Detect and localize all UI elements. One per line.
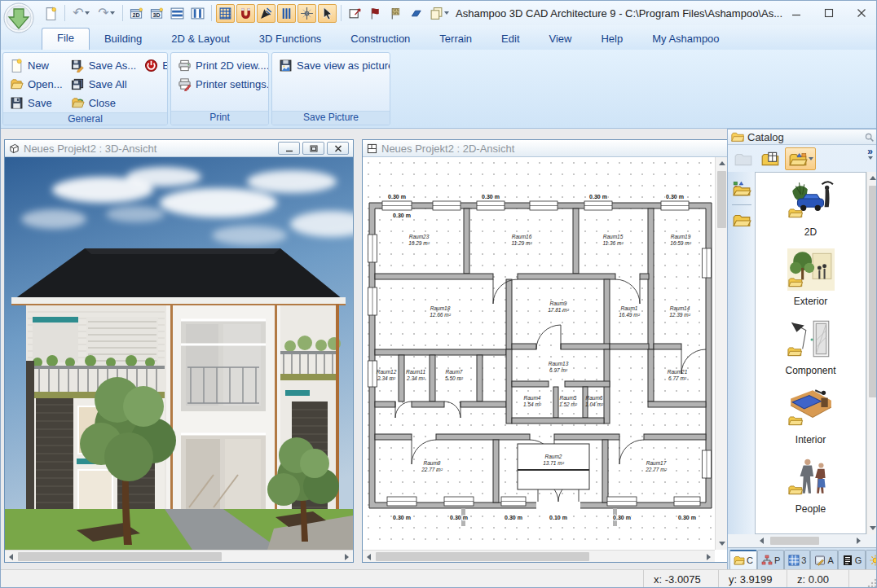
scroll-down-icon[interactable] [716, 538, 728, 550]
save-as-button[interactable]: Save As... [69, 56, 139, 75]
2d-horizontal-scrollbar[interactable] [363, 550, 715, 562]
room-label: Raum112.34 m² [406, 369, 425, 381]
scroll-right-icon[interactable] [703, 551, 715, 563]
room-label: Raum822.77 m² [421, 460, 443, 472]
catalog-tab-4[interactable]: G [838, 550, 866, 569]
pointer-icon[interactable] [318, 4, 337, 23]
tab-view[interactable]: View [535, 29, 587, 50]
tab-terrain[interactable]: Terrain [425, 29, 487, 50]
catalog-item-2d[interactable]: 2D [787, 179, 835, 238]
catalog-tab-2[interactable]: 3 [784, 550, 810, 569]
dimension-label: 0.30 m [678, 515, 696, 520]
room-label: Raum136.97 m² [549, 361, 569, 373]
tab-file[interactable]: File [42, 28, 90, 50]
scroll-up-icon[interactable] [867, 172, 877, 184]
scroll-left-icon[interactable] [756, 534, 768, 546]
minimize-button[interactable] [790, 7, 803, 20]
close-button[interactable]: Close [69, 94, 139, 112]
scroll-left-icon[interactable] [5, 551, 17, 563]
tab-my-ashampoo[interactable]: My Ashampoo [637, 29, 734, 50]
maximize-button[interactable] [822, 7, 835, 20]
catalog-objects-button[interactable] [785, 147, 816, 170]
split-horizontal-icon[interactable] [168, 4, 187, 23]
catalog-horizontal-scrollbar[interactable] [728, 534, 877, 547]
copy-icon[interactable] [427, 4, 451, 23]
new-2d-view-icon[interactable]: 2D [127, 4, 146, 23]
flag-icon[interactable] [366, 4, 385, 23]
catalog-header[interactable]: Catalog [728, 129, 877, 145]
minimize-view-button[interactable] [278, 142, 300, 155]
2d-vertical-scrollbar[interactable] [715, 157, 727, 550]
new-button[interactable]: New [8, 56, 64, 75]
magnifier-icon[interactable] [864, 132, 875, 143]
window-3d-buttons [278, 142, 349, 155]
resize-grip-icon[interactable] [867, 578, 877, 588]
catalog-item-people[interactable]: People [787, 456, 835, 515]
app-menu-button[interactable] [3, 2, 34, 33]
tab-2d-layout[interactable]: 2D & Layout [156, 29, 245, 50]
plane-icon[interactable] [407, 4, 425, 23]
3d-render-viewport[interactable] [5, 157, 353, 550]
window-2d-titlebar[interactable]: Neues Projekt2 : 2D-Ansicht [363, 140, 727, 157]
new-drawing-icon[interactable] [42, 4, 60, 23]
catalog-item-list: 2DExteriorComponentInteriorPeople [755, 172, 866, 534]
crosshair-icon[interactable] [297, 4, 316, 23]
tab-help[interactable]: Help [586, 29, 637, 50]
status-x-coordinate: x: -3.0075 [643, 570, 718, 588]
window-3d-titlebar[interactable]: Neues Projekt2 : 3D-Ansicht [5, 140, 353, 157]
tab-building[interactable]: Building [90, 29, 156, 50]
scroll-right-icon[interactable] [341, 551, 353, 563]
snap-select-icon[interactable] [257, 4, 275, 23]
catalog-item-component[interactable]: Component [785, 318, 835, 376]
status-z-coordinate: z: 0.00 [787, 570, 848, 588]
guidelines-icon[interactable] [277, 4, 296, 23]
objects-catalog-button[interactable] [730, 178, 753, 200]
catalog-more-button[interactable]: » [867, 146, 873, 157]
2d-plan-viewport[interactable]: Raum2316.29 m²Raum1611.29 m²Raum1511.36 … [363, 157, 715, 550]
undo-icon[interactable]: ↶ [69, 4, 93, 23]
save-view-as-picture-button[interactable]: Save view as picture [277, 56, 385, 75]
scroll-right-icon[interactable] [853, 534, 865, 546]
scrollbar-thumb[interactable] [18, 552, 222, 561]
printer-settings-button[interactable]: Printer settings... [176, 75, 263, 94]
catalog-tab-5[interactable]: P [866, 550, 877, 569]
tab-3d-functions[interactable]: 3D Functions [245, 29, 337, 50]
scroll-up-icon[interactable] [716, 157, 728, 169]
folder-up-button[interactable] [731, 147, 756, 170]
print-2d-view-button[interactable]: Print 2D view.... [176, 56, 263, 75]
tab-edit[interactable]: Edit [487, 29, 534, 50]
catalog-tab-0[interactable]: C [729, 550, 757, 569]
scrollbar-thumb[interactable] [717, 171, 726, 228]
catalog-item-interior[interactable]: Interior [787, 387, 835, 445]
tab-construction[interactable]: Construction [336, 29, 425, 50]
open-button[interactable]: Open... [8, 75, 64, 94]
split-vertical-icon[interactable] [188, 4, 207, 23]
ribbon-item-label: Open... [28, 78, 63, 90]
new-3d-view-icon[interactable]: 3D [148, 4, 166, 23]
flag-pattern-icon[interactable] [386, 4, 405, 23]
catalog-item-exterior[interactable]: Exterior [787, 248, 835, 307]
save-all-button[interactable]: Save All [69, 75, 139, 94]
3d-horizontal-scrollbar[interactable] [5, 550, 353, 562]
redo-icon[interactable]: ↷ [95, 4, 118, 23]
exit-button[interactable]: Exit [143, 56, 168, 75]
save-button[interactable]: Save [8, 94, 64, 112]
scroll-left-icon[interactable] [363, 551, 375, 563]
catalog-tab-3[interactable]: A [810, 550, 837, 569]
snap-magnet-icon[interactable] [236, 4, 255, 23]
restore-view-button[interactable] [302, 142, 324, 155]
close-view-button[interactable] [327, 142, 349, 155]
groups-catalog-button[interactable] [730, 210, 753, 231]
close-button[interactable] [855, 7, 868, 20]
grid-icon[interactable] [216, 4, 235, 23]
catalog-panel: Catalog » 2DExteriorComponentInteriorPeo… [727, 129, 877, 569]
scrollbar-thumb[interactable] [376, 552, 589, 561]
transfer-view-icon[interactable] [346, 4, 364, 23]
catalog-side-strip [728, 172, 755, 534]
catalog-windows-button[interactable] [758, 147, 782, 170]
catalog-vertical-scrollbar[interactable] [866, 172, 877, 534]
scrollbar-thumb[interactable] [869, 186, 877, 397]
catalog-tab-1[interactable]: P [757, 550, 784, 569]
scrollbar-thumb[interactable] [770, 537, 819, 545]
scroll-down-icon[interactable] [867, 522, 877, 534]
